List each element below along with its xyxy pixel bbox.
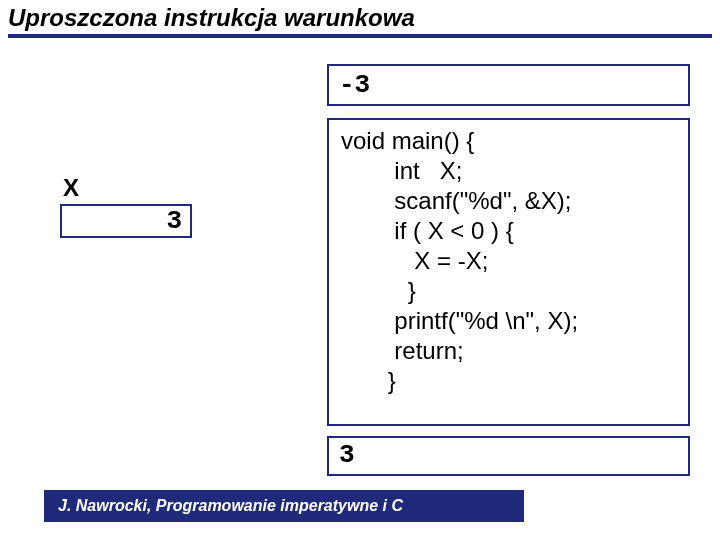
- output-value: 3: [339, 440, 355, 470]
- slide-title-wrap: Uproszczona instrukcja warunkowa: [0, 0, 720, 32]
- code-box: void main() { int X; scanf("%d", &X); if…: [327, 118, 690, 426]
- variable-value: 3: [166, 206, 182, 236]
- footer-text: J. Nawrocki, Programowanie imperatywne i…: [58, 497, 403, 515]
- footer-bar: J. Nawrocki, Programowanie imperatywne i…: [44, 490, 524, 522]
- slide-content: -3 X 3 void main() { int X; scanf("%d", …: [0, 38, 720, 478]
- input-box: -3: [327, 64, 690, 106]
- variable-cell: 3: [60, 204, 192, 238]
- variable-label: X: [63, 174, 79, 202]
- output-box: 3: [327, 436, 690, 476]
- slide-title: Uproszczona instrukcja warunkowa: [8, 4, 712, 32]
- input-value: -3: [339, 70, 370, 100]
- code-listing: void main() { int X; scanf("%d", &X); if…: [341, 126, 676, 396]
